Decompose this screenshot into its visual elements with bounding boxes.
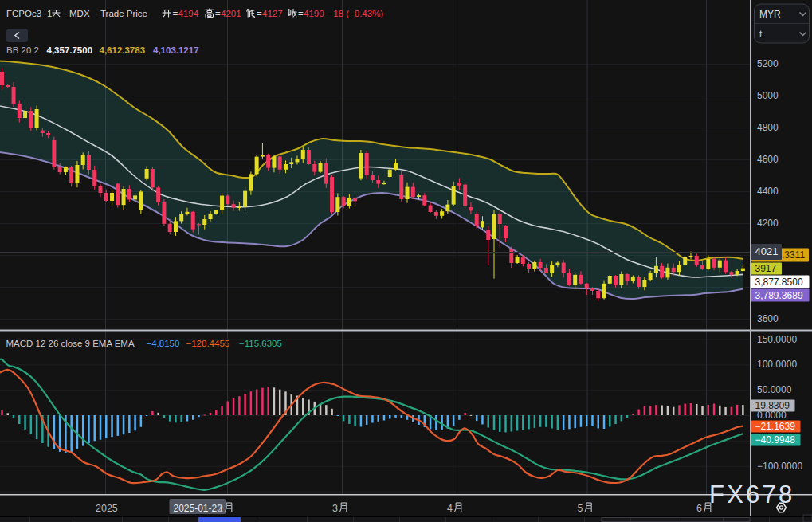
svg-text:−100.0000: −100.0000: [757, 461, 802, 472]
svg-text:4021: 4021: [755, 245, 779, 257]
svg-text:3600: 3600: [757, 313, 779, 324]
svg-text:FX678: FX678: [709, 481, 794, 508]
svg-text:−120.4455: −120.4455: [186, 339, 230, 348]
svg-text:=: =: [298, 9, 304, 18]
svg-text:4127: 4127: [262, 9, 283, 18]
svg-text:2025-01-23: 2025-01-23: [174, 503, 223, 514]
svg-text:MACD 12 26 close 9 EMA EMA: MACD 12 26 close 9 EMA EMA: [6, 339, 135, 348]
svg-text:4,612.3783: 4,612.3783: [100, 45, 146, 55]
svg-text:4194: 4194: [178, 9, 199, 18]
svg-text:4400: 4400: [757, 186, 779, 197]
svg-text:=: =: [173, 9, 178, 18]
svg-text:−18 (−0.43%): −18 (−0.43%): [328, 9, 384, 18]
svg-text:4,357.7500: 4,357.7500: [47, 45, 93, 55]
svg-text:·: ·: [96, 9, 99, 18]
svg-text:4200: 4200: [757, 218, 779, 229]
svg-text:100.0000: 100.0000: [757, 359, 797, 370]
svg-text:2025: 2025: [96, 503, 118, 514]
svg-text:−115.6305: −115.6305: [239, 339, 282, 348]
svg-text:MDX: MDX: [69, 9, 90, 18]
svg-text:−4.8150: −4.8150: [147, 339, 180, 348]
svg-text:4600: 4600: [757, 154, 779, 165]
svg-text:4190: 4190: [304, 9, 324, 18]
svg-text:3: 3: [332, 503, 338, 514]
svg-text:·: ·: [65, 9, 68, 18]
svg-text:4: 4: [447, 503, 453, 514]
svg-text:3,877.8500: 3,877.8500: [755, 277, 803, 288]
svg-text:3917: 3917: [755, 263, 777, 274]
svg-text:6: 6: [696, 503, 702, 514]
svg-text:5: 5: [578, 503, 583, 514]
svg-text:−40.9948: −40.9948: [755, 434, 796, 445]
svg-text:50.0000: 50.0000: [757, 384, 792, 395]
svg-text:·: ·: [42, 9, 45, 18]
svg-text:19.8309: 19.8309: [755, 400, 790, 411]
svg-text:150.0000: 150.0000: [757, 334, 797, 345]
svg-text:3,789.3689: 3,789.3689: [755, 290, 803, 301]
svg-text:5000: 5000: [757, 90, 779, 101]
svg-text:4800: 4800: [757, 122, 779, 133]
svg-text:Trade Price: Trade Price: [100, 9, 147, 18]
svg-text:MYR: MYR: [759, 9, 781, 20]
svg-text:2: 2: [218, 503, 223, 514]
svg-text:4201: 4201: [221, 9, 241, 18]
svg-text:4,103.1217: 4,103.1217: [153, 45, 199, 55]
svg-text:=: =: [257, 9, 262, 18]
svg-text:5200: 5200: [757, 58, 779, 69]
svg-text:BB 20 2: BB 20 2: [6, 45, 39, 55]
svg-text:−21.1639: −21.1639: [755, 421, 796, 432]
svg-text:1: 1: [47, 9, 52, 18]
svg-text:=: =: [215, 9, 221, 18]
svg-text:FCPOc3: FCPOc3: [6, 9, 41, 18]
